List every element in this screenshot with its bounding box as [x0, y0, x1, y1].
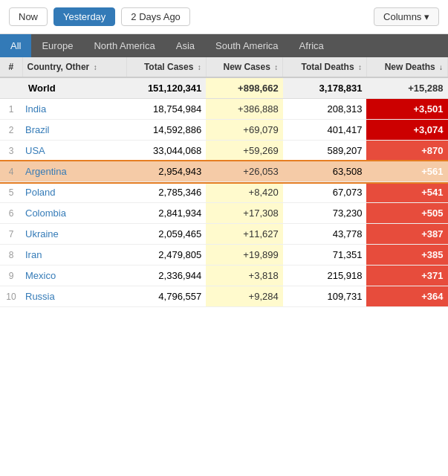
col-header-new-cases[interactable]: New Cases ↕ [206, 57, 283, 77]
row-num: 7 [0, 224, 22, 245]
tab-all[interactable]: All [0, 34, 31, 57]
table-row: 6 Colombia 2,841,934 +17,308 73,230 +505 [0, 203, 448, 224]
row-total-cases: 2,479,805 [126, 245, 206, 266]
row-new-deaths: +385 [366, 245, 447, 266]
row-new-deaths: +371 [366, 266, 447, 286]
tab-africa[interactable]: Africa [289, 34, 334, 57]
row-total-deaths: 401,417 [283, 120, 367, 141]
row-total-cases: 33,044,068 [126, 141, 206, 161]
two-days-ago-button[interactable]: 2 Days Ago [121, 7, 190, 26]
row-new-deaths: +387 [366, 224, 447, 245]
row-new-deaths: +505 [366, 203, 447, 224]
sort-icon-new-cases: ↕ [274, 63, 278, 71]
row-total-deaths: 109,731 [283, 286, 367, 307]
row-new-cases: +17,308 [206, 203, 283, 224]
row-new-cases: +11,627 [206, 224, 283, 245]
tab-asia[interactable]: Asia [166, 34, 205, 57]
world-row-country: World [22, 77, 126, 99]
row-country[interactable]: Poland [22, 182, 126, 203]
row-num: 6 [0, 203, 22, 224]
row-new-cases: +26,053 [206, 161, 283, 182]
world-row-total-cases: 151,120,341 [126, 77, 206, 99]
row-total-deaths: 63,508 [283, 161, 367, 182]
table-header-row: # Country, Other ↕ Total Cases ↕ New Cas… [0, 57, 448, 77]
row-new-cases: +69,079 [206, 120, 283, 141]
row-new-cases: +9,284 [206, 286, 283, 307]
row-total-deaths: 215,918 [283, 266, 367, 286]
col-header-country[interactable]: Country, Other ↕ [22, 57, 126, 77]
row-total-cases: 14,592,886 [126, 120, 206, 141]
table-row: 8 Iran 2,479,805 +19,899 71,351 +385 [0, 245, 448, 266]
row-new-cases: +59,269 [206, 141, 283, 161]
row-total-deaths: 73,230 [283, 203, 367, 224]
table-row: 10 Russia 4,796,557 +9,284 109,731 +364 [0, 286, 448, 307]
table-row: 9 Mexico 2,336,944 +3,818 215,918 +371 [0, 266, 448, 286]
world-row-total-deaths: 3,178,831 [283, 77, 367, 99]
table-row: 4 Argentina 2,954,943 +26,053 63,508 +56… [0, 161, 448, 182]
row-new-deaths: +3,501 [366, 99, 447, 120]
sort-icon-total-cases: ↕ [198, 63, 201, 71]
table-row: 3 USA 33,044,068 +59,269 589,207 +870 [0, 141, 448, 161]
row-total-cases: 2,841,934 [126, 203, 206, 224]
row-total-cases: 2,785,346 [126, 182, 206, 203]
row-new-deaths: +561 [366, 161, 447, 182]
row-num: 1 [0, 99, 22, 120]
yesterday-button[interactable]: Yesterday [53, 7, 115, 26]
row-new-deaths: +364 [366, 286, 447, 307]
row-total-cases: 2,954,943 [126, 161, 206, 182]
col-header-new-deaths[interactable]: New Deaths ↓ [366, 57, 447, 77]
row-total-deaths: 589,207 [283, 141, 367, 161]
row-country[interactable]: India [22, 99, 126, 120]
col-header-total-deaths[interactable]: Total Deaths ↕ [283, 57, 367, 77]
world-row-num [0, 77, 22, 99]
row-num: 9 [0, 266, 22, 286]
tab-south-america[interactable]: South America [205, 34, 289, 57]
row-country[interactable]: Russia [22, 286, 126, 307]
sort-icon-country: ↕ [94, 63, 97, 71]
world-row-new-deaths: +15,288 [366, 77, 447, 99]
row-country[interactable]: Iran [22, 245, 126, 266]
row-country[interactable]: Ukraine [22, 224, 126, 245]
row-total-cases: 4,796,557 [126, 286, 206, 307]
top-bar: Now Yesterday 2 Days Ago Columns ▾ [0, 0, 448, 34]
row-new-cases: +19,899 [206, 245, 283, 266]
row-total-cases: 18,754,984 [126, 99, 206, 120]
row-total-cases: 2,336,944 [126, 266, 206, 286]
row-new-cases: +8,420 [206, 182, 283, 203]
sort-icon-total-deaths: ↕ [358, 63, 362, 71]
row-country[interactable]: Mexico [22, 266, 126, 286]
row-num: 8 [0, 245, 22, 266]
row-new-deaths: +870 [366, 141, 447, 161]
sort-icon-new-deaths: ↓ [439, 63, 443, 71]
row-country[interactable]: Argentina [22, 161, 126, 182]
row-new-deaths: +3,074 [366, 120, 447, 141]
tab-europe[interactable]: Europe [31, 34, 83, 57]
row-total-deaths: 208,313 [283, 99, 367, 120]
row-new-cases: +3,818 [206, 266, 283, 286]
now-button[interactable]: Now [9, 7, 48, 26]
region-tabs: All Europe North America Asia South Amer… [0, 34, 448, 57]
row-total-cases: 2,059,465 [126, 224, 206, 245]
col-header-total-cases[interactable]: Total Cases ↕ [126, 57, 206, 77]
table-row: 1 India 18,754,984 +386,888 208,313 +3,5… [0, 99, 448, 120]
row-num: 2 [0, 120, 22, 141]
row-country[interactable]: Brazil [22, 120, 126, 141]
row-total-deaths: 67,073 [283, 182, 367, 203]
row-num: 4 [0, 161, 22, 182]
columns-button[interactable]: Columns ▾ [374, 7, 439, 26]
row-total-deaths: 71,351 [283, 245, 367, 266]
col-header-num: # [0, 57, 22, 77]
row-num: 5 [0, 182, 22, 203]
tab-north-america[interactable]: North America [83, 34, 165, 57]
table-row: 5 Poland 2,785,346 +8,420 67,073 +541 [0, 182, 448, 203]
row-country[interactable]: USA [22, 141, 126, 161]
row-new-cases: +386,888 [206, 99, 283, 120]
row-country[interactable]: Colombia [22, 203, 126, 224]
row-num: 10 [0, 286, 22, 307]
world-row: World 151,120,341 +898,662 3,178,831 +15… [0, 77, 448, 99]
row-new-deaths: +541 [366, 182, 447, 203]
covid-table: # Country, Other ↕ Total Cases ↕ New Cas… [0, 57, 448, 307]
table-row: 7 Ukraine 2,059,465 +11,627 43,778 +387 [0, 224, 448, 245]
table-row: 2 Brazil 14,592,886 +69,079 401,417 +3,0… [0, 120, 448, 141]
row-total-deaths: 43,778 [283, 224, 367, 245]
